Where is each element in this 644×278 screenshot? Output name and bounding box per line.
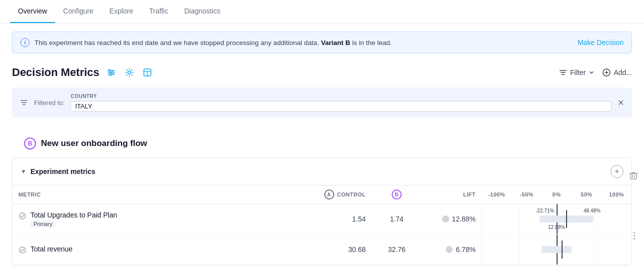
col-metric-header: Metric — [12, 186, 317, 204]
metric-row-actions[interactable] — [634, 232, 635, 240]
filter-close-button[interactable]: ✕ — [618, 98, 624, 108]
metric-icon-0 — [18, 212, 26, 220]
primary-badge: Primary — [30, 220, 55, 228]
svg-rect-21 — [631, 174, 637, 179]
info-icon: i — [20, 38, 29, 47]
make-decision-link[interactable]: Make Decision — [578, 38, 624, 46]
metric-row-0: Total Upgrades to Paid Plan Primary 1.54… — [12, 204, 632, 234]
col-chart-header: -100% -50% 0% 50% 100% — [482, 186, 632, 204]
filter-bar: Filtered to: COUNTRY ITALY ✕ — [12, 88, 632, 118]
filtered-to-label: Filtered to: — [34, 99, 64, 106]
collapse-icon[interactable]: ▼ — [20, 168, 26, 175]
metric-icon-1 — [18, 246, 26, 254]
filter-category: COUNTRY — [70, 94, 612, 99]
svg-point-5 — [109, 74, 111, 76]
lift-indicator-0 — [442, 216, 449, 222]
metric-name-1: Total revenue — [30, 245, 72, 253]
lift-center-label-0: 12.88% — [548, 224, 565, 230]
add-button[interactable]: Add... — [603, 68, 632, 76]
nav-item-explore[interactable]: Explore — [101, 0, 141, 23]
banner-text: This experiment has reached its end date… — [34, 39, 573, 46]
lift-indicator-1 — [446, 246, 453, 253]
view-icon-lines[interactable] — [104, 66, 118, 80]
filter-tag[interactable]: ITALY — [70, 101, 612, 112]
svg-point-6 — [128, 71, 131, 74]
b-value-0: 1.74 — [390, 215, 403, 223]
experiment-metrics-title: Experiment metrics — [30, 168, 95, 176]
filter-button[interactable]: Filter — [559, 68, 595, 76]
metric-row-1: Total revenue 30.68 32.76 6.78% — [12, 234, 632, 265]
svg-point-3 — [108, 70, 110, 72]
variant-group-title: New user onboarding flow — [41, 138, 147, 148]
lift-low-label-0: -22.71% — [536, 208, 554, 214]
b-value-1: 32.76 — [388, 246, 405, 254]
col-a-header: A control — [317, 186, 372, 204]
table-icon[interactable] — [140, 66, 154, 80]
lift-value-0: 12.88% — [452, 215, 476, 223]
add-metric-button[interactable]: + — [611, 165, 624, 178]
experiment-metrics-block: ▼ Experiment metrics + Metric — [12, 158, 632, 266]
variant-b-badge: B — [24, 138, 36, 150]
filter-bar-icon — [20, 98, 28, 106]
col-lift-header: Lift — [422, 186, 482, 204]
svg-point-4 — [111, 72, 113, 74]
col-b-header: B — [372, 186, 422, 204]
delete-icon[interactable] — [623, 165, 644, 188]
lift-value-1: 6.78% — [456, 246, 476, 254]
info-banner: i This experiment has reached its end da… — [12, 32, 632, 54]
settings-icon[interactable] — [122, 66, 136, 80]
nav-item-traffic[interactable]: Traffic — [141, 0, 176, 23]
nav-item-configure[interactable]: Configure — [55, 0, 101, 23]
nav-item-diagnostics[interactable]: Diagnostics — [176, 0, 228, 23]
nav-item-overview[interactable]: Overview — [10, 0, 55, 23]
control-value-1: 30.68 — [348, 246, 366, 254]
page-title: Decision Metrics — [12, 66, 99, 79]
top-nav: Overview Configure Explore Traffic Diagn… — [0, 0, 644, 24]
lift-high-label-0: 48.48% — [584, 208, 601, 214]
control-value-0: 1.54 — [352, 215, 366, 223]
metric-name-0: Total Upgrades to Paid Plan — [30, 211, 117, 219]
